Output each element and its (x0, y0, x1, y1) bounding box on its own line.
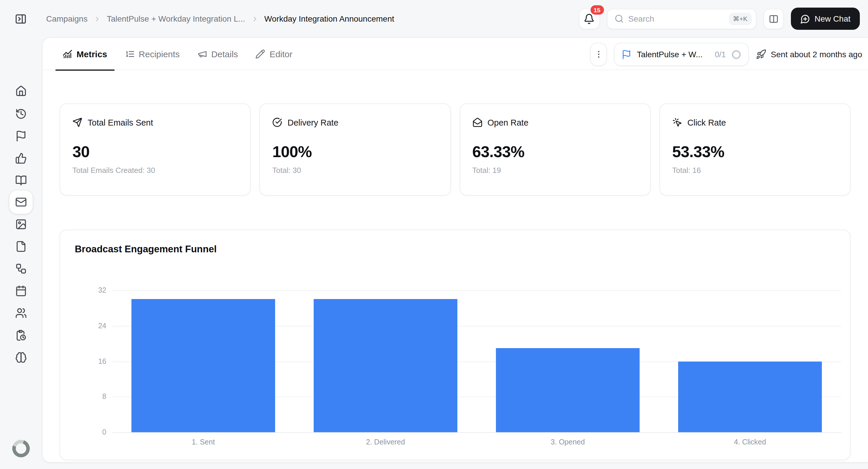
sent-status-text: Sent about 2 months ago (771, 50, 862, 59)
history-icon (15, 108, 27, 120)
funnel-bar-opened[interactable] (496, 348, 640, 432)
breadcrumb-item-campaigns[interactable]: Campaigns (46, 14, 88, 23)
metric-card-value: 53.33% (672, 143, 838, 161)
y-tick-label: 16 (98, 357, 106, 365)
tab-label: Metrics (76, 49, 107, 59)
image-icon (15, 218, 27, 230)
sidebar-expand-icon[interactable] (14, 13, 27, 25)
sidebar-item-clipboard-clock[interactable] (9, 323, 33, 347)
mail-open-icon (472, 117, 482, 127)
content-panel: MetricsRecipientsDetailsEditor TalentPul… (42, 37, 868, 463)
y-tick-label: 0 (102, 428, 106, 436)
new-chat-button[interactable]: New Chat (790, 8, 860, 30)
tabs-row: MetricsRecipientsDetailsEditor TalentPul… (43, 38, 868, 70)
metric-card-value: 100% (273, 143, 438, 161)
metric-card-subtitle: Total Emails Created: 30 (72, 166, 238, 175)
flag-icon (15, 130, 27, 142)
sidebar-item-brain[interactable] (9, 346, 33, 369)
file-icon (15, 241, 27, 252)
kebab-icon (594, 50, 603, 59)
tab-label: Editor (270, 49, 292, 59)
chat-plus-icon (800, 14, 810, 24)
sidebar-item-flag[interactable] (9, 124, 33, 148)
sidebar-item-history[interactable] (9, 102, 33, 126)
notifications-button[interactable]: 15 (579, 8, 599, 29)
list-ordered-icon (125, 49, 135, 59)
bars-layer (112, 290, 841, 432)
funnel-bar-delivered[interactable] (314, 299, 458, 432)
chart-title: Broadcast Engagement Funnel (75, 244, 217, 255)
sidebar-item-home[interactable] (9, 80, 33, 103)
breadcrumb: Campaigns TalentPulse + Workday Integrat… (46, 0, 394, 37)
tab-label: Recipients (139, 49, 180, 59)
notification-badge: 15 (590, 5, 604, 14)
sidebar-item-image[interactable] (9, 213, 33, 236)
bar-chart-plot: 08162432 (112, 290, 841, 432)
pointer-click-icon (672, 117, 682, 127)
chevron-right-icon (93, 15, 101, 23)
columns-icon (768, 14, 778, 24)
tab-actions: TalentPulse + W... 0/1 Sent about 2 mont… (590, 43, 863, 66)
engagement-funnel-card: Broadcast Engagement Funnel 08162432 1. … (60, 229, 850, 460)
sidebar-item-users[interactable] (9, 301, 33, 325)
chart-category-axis: 1. Sent2. Delivered3. Opened4. Clicked (112, 438, 841, 446)
y-tick-label: 8 (102, 393, 106, 401)
metric-card-title: Delivery Rate (288, 118, 339, 127)
bar-slot (112, 290, 294, 432)
home-icon (15, 85, 27, 97)
sidebar-item-thumbs-up[interactable] (9, 147, 33, 170)
chart-combo-icon (62, 49, 72, 59)
topbar-actions: 15 ⌘+K New Chat (579, 0, 860, 37)
metric-card-subtitle: Total: 30 (273, 166, 438, 175)
brain-icon (15, 352, 27, 363)
funnel-bar-sent[interactable] (131, 299, 275, 432)
metric-card-click-rate: Click Rate 53.33% Total: 16 (659, 103, 851, 196)
metric-card-title: Click Rate (687, 118, 726, 127)
sidebar-item-book[interactable] (9, 169, 33, 192)
x-category-label: 3. Opened (477, 438, 659, 446)
breadcrumb-item-campaign[interactable]: TalentPulse + Workday Integration L... (107, 14, 245, 23)
toggle-right-panel-button[interactable] (763, 8, 784, 29)
x-category-label: 1. Sent (112, 438, 294, 446)
metric-card-total-emails-sent: Total Emails Sent 30 Total Emails Create… (60, 103, 251, 196)
thumbs-up-icon (15, 152, 27, 164)
metric-card-delivery-rate: Delivery Rate 100% Total: 30 (260, 103, 451, 196)
workflow-icon (15, 263, 27, 275)
bell-icon (584, 13, 595, 24)
metric-cards-row: Total Emails Sent 30 Total Emails Create… (60, 103, 850, 196)
metric-card-title: Open Rate (488, 118, 528, 127)
gridline-y-0 (112, 432, 841, 433)
progress-ring-icon (731, 49, 741, 59)
new-chat-label: New Chat (814, 14, 850, 23)
x-category-label: 2. Delivered (294, 438, 477, 446)
circle-check-icon (273, 117, 282, 127)
more-options-button[interactable] (590, 43, 607, 66)
sidebar-item-workflow[interactable] (9, 257, 33, 280)
sidebar-item-calendar[interactable] (9, 279, 33, 303)
loading-spinner (9, 437, 33, 460)
metric-card-subtitle: Total: 16 (672, 166, 838, 175)
metric-card-open-rate: Open Rate 63.33% Total: 19 (459, 103, 651, 196)
sidebar-item-file[interactable] (9, 235, 33, 258)
y-tick-label: 32 (98, 286, 106, 294)
search-shortcut: ⌘+K (729, 12, 752, 25)
search-icon (614, 14, 624, 23)
search-input[interactable] (628, 14, 724, 23)
campaign-goal-pill[interactable]: TalentPulse + W... 0/1 (614, 43, 748, 66)
sidebar-item-mail[interactable] (9, 190, 33, 214)
campaign-pill-progress: 0/1 (715, 50, 726, 59)
funnel-bar-clicked[interactable] (678, 361, 822, 432)
sidebar (0, 37, 42, 469)
pencil-icon (255, 49, 266, 59)
app-root: Campaigns TalentPulse + Workday Integrat… (0, 0, 868, 469)
breadcrumb-item-current: Workday Integration Announcement (264, 14, 394, 23)
tab-editor[interactable]: Editor (249, 38, 299, 71)
tab-metrics[interactable]: Metrics (56, 38, 114, 71)
bar-slot (659, 290, 841, 432)
search-bar[interactable]: ⌘+K (607, 8, 756, 29)
megaphone-icon (197, 49, 207, 59)
metric-card-subtitle: Total: 19 (472, 166, 638, 175)
flag-icon (622, 49, 632, 59)
tab-recipients[interactable]: Recipients (118, 38, 187, 71)
tab-details[interactable]: Details (190, 38, 245, 71)
